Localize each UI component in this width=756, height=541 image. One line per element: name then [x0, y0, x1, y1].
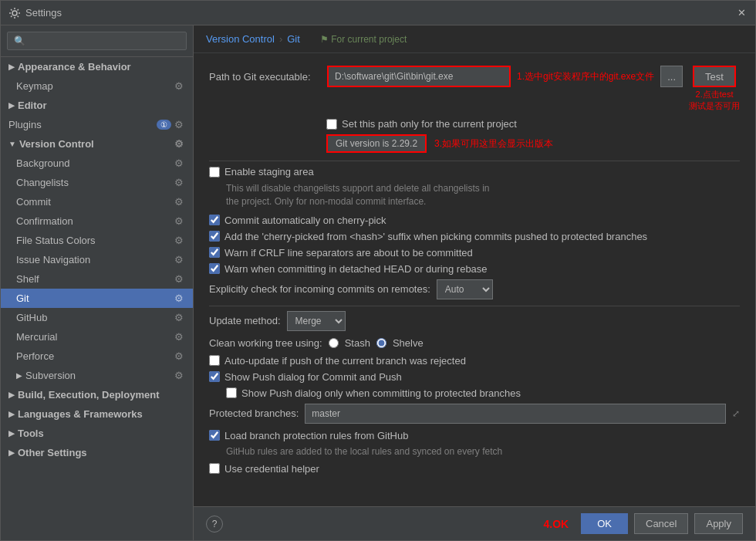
- main-panel: Version Control › Git ⚑ For current proj…: [194, 25, 755, 540]
- annotation-1: 1.选中git安装程序中的git.exe文件: [517, 70, 654, 83]
- detached-checkbox[interactable]: [209, 263, 220, 274]
- ok-annotation: 4.OK: [544, 518, 569, 530]
- sidebar-item-github[interactable]: GitHub ⚙: [1, 308, 193, 327]
- ok-button[interactable]: OK: [581, 513, 628, 534]
- crlf-checkbox[interactable]: [209, 247, 220, 258]
- protected-branches-label: Protected branches:: [209, 407, 299, 419]
- title-bar: Settings ✕: [1, 1, 755, 25]
- detached-label: Warn when committing in detached HEAD or…: [224, 263, 488, 275]
- incoming-row: Explicitly check for incoming commits on…: [209, 279, 740, 299]
- auto-update-label: Auto-update if push of the current branc…: [224, 355, 466, 367]
- cherry-hash-row: Add the 'cherry-picked from <hash>' suff…: [209, 231, 740, 242]
- path-label: Path to Git executable:: [209, 71, 321, 83]
- nav-icon: ⚙: [174, 177, 185, 188]
- expand-icon: ▶: [8, 429, 15, 438]
- show-push-checkbox[interactable]: [209, 371, 220, 382]
- sidebar-item-commit[interactable]: Commit ⚙: [1, 192, 193, 211]
- auto-update-row: Auto-update if push of the current branc…: [209, 355, 740, 367]
- sidebar-item-shelf[interactable]: Shelf ⚙: [1, 269, 193, 289]
- update-method-row: Update method: Merge Rebase: [209, 311, 740, 331]
- cherry-hash-checkbox[interactable]: [209, 231, 220, 242]
- search-box: [1, 25, 193, 57]
- apply-button[interactable]: Apply: [694, 513, 743, 534]
- auto-update-checkbox[interactable]: [209, 355, 220, 366]
- sidebar-item-subversion[interactable]: ▶ Subversion ⚙: [1, 366, 193, 385]
- show-push-protected-checkbox[interactable]: [226, 387, 237, 398]
- credential-row: Use credential helper: [209, 463, 740, 475]
- nav-icon: ⚙: [174, 350, 185, 362]
- version-annotation: 3.如果可用这里会显示出版本: [434, 137, 553, 150]
- shelve-radio[interactable]: [376, 338, 386, 348]
- staging-section: Enable staging area This will disable ch…: [209, 166, 740, 208]
- show-push-protected-label: Show Push dialog only when committing to…: [241, 387, 521, 399]
- nav-icon: ⚙: [174, 312, 185, 323]
- window-title: Settings: [25, 7, 735, 19]
- github-rules-desc: GitHub rules are added to the local rule…: [209, 446, 740, 457]
- browse-button[interactable]: ...: [660, 66, 683, 87]
- settings-content: Path to Git executable: 1.选中git安装程序中的git…: [194, 53, 755, 506]
- settings-icon: [8, 7, 21, 19]
- incoming-select[interactable]: Auto Always Never: [437, 279, 493, 299]
- update-method-select[interactable]: Merge Rebase: [287, 311, 346, 331]
- nav-icon: ⚙: [174, 157, 185, 169]
- expand-icon: ▶: [8, 101, 15, 110]
- sidebar-item-perforce[interactable]: Perforce ⚙: [1, 347, 193, 366]
- nav-icon: ⚙: [174, 196, 185, 208]
- credential-checkbox[interactable]: [209, 463, 220, 474]
- test-button[interactable]: Test: [693, 66, 736, 87]
- load-protection-label: Load branch protection rules from GitHub: [224, 430, 408, 441]
- expand-icon[interactable]: ⤢: [732, 408, 740, 419]
- sidebar-item-keymap[interactable]: Keymap ⚙: [1, 76, 193, 96]
- cherry-pick-label: Commit automatically on cherry-pick: [224, 215, 386, 226]
- close-button[interactable]: ✕: [735, 7, 748, 19]
- sidebar-item-editor[interactable]: ▶ Editor: [1, 96, 193, 115]
- sidebar-item-background[interactable]: Background ⚙: [1, 154, 193, 173]
- crlf-row: Warn if CRLF line separators are about t…: [209, 247, 740, 259]
- clean-tree-row: Clean working tree using: Stash Shelve: [209, 337, 740, 349]
- sidebar-item-changelists[interactable]: Changelists ⚙: [1, 173, 193, 192]
- sidebar-item-appearance[interactable]: ▶ Appearance & Behavior: [1, 57, 193, 76]
- breadcrumb-version-control[interactable]: Version Control: [206, 33, 275, 45]
- nav-icon: ⚙: [174, 331, 185, 343]
- expand-icon: ▼: [8, 140, 16, 148]
- sidebar-item-mercurial[interactable]: Mercurial ⚙: [1, 327, 193, 347]
- enable-staging-checkbox[interactable]: [209, 167, 220, 178]
- load-protection-row: Load branch protection rules from GitHub: [209, 430, 740, 441]
- nav-icon: ⚙: [174, 138, 185, 150]
- protected-branches-row: Protected branches: ⤢: [209, 404, 740, 424]
- sidebar-item-other-settings[interactable]: ▶ Other Settings: [1, 443, 193, 462]
- git-path-input[interactable]: [327, 66, 511, 87]
- expand-icon: ▶: [8, 391, 15, 399]
- nav-icon: ⚙: [174, 80, 185, 92]
- show-push-label: Show Push dialog for Commit and Push: [224, 371, 402, 383]
- sidebar: ▶ Appearance & Behavior Keymap ⚙ ▶ Edito…: [1, 25, 194, 540]
- current-project-checkbox[interactable]: [326, 119, 337, 130]
- breadcrumb: Version Control › Git ⚑ For current proj…: [194, 25, 755, 53]
- sidebar-item-plugins[interactable]: Plugins ① ⚙: [1, 115, 193, 134]
- cherry-pick-checkbox[interactable]: [209, 215, 220, 225]
- nav-icon: ⚙: [174, 254, 185, 265]
- sidebar-item-languages[interactable]: ▶ Languages & Frameworks: [1, 404, 193, 424]
- settings-window: Settings ✕ ▶ Appearance & Behavior Keyma…: [0, 0, 756, 541]
- expand-icon: ▶: [8, 63, 15, 71]
- search-input[interactable]: [7, 32, 187, 50]
- show-push-protected-row: Show Push dialog only when committing to…: [209, 387, 740, 399]
- cherry-hash-label: Add the 'cherry-picked from <hash>' suff…: [224, 231, 647, 242]
- stash-radio[interactable]: [329, 338, 339, 348]
- nav-icon: ⚙: [174, 215, 185, 227]
- sidebar-item-git[interactable]: Git ⚙: [1, 289, 193, 308]
- load-protection-checkbox[interactable]: [209, 430, 220, 441]
- sidebar-item-version-control[interactable]: ▼ Version Control ⚙: [1, 134, 193, 154]
- protected-branches-input[interactable]: [305, 404, 726, 424]
- sidebar-item-confirmation[interactable]: Confirmation ⚙: [1, 211, 193, 231]
- help-button[interactable]: ?: [206, 516, 223, 533]
- sidebar-item-build[interactable]: ▶ Build, Execution, Deployment: [1, 385, 193, 404]
- current-project-label: Set this path only for the current proje…: [342, 118, 517, 130]
- cherry-pick-row: Commit automatically on cherry-pick: [209, 215, 740, 226]
- sidebar-item-tools[interactable]: ▶ Tools: [1, 424, 193, 443]
- cancel-button[interactable]: Cancel: [634, 513, 688, 534]
- sidebar-item-issue-navigation[interactable]: Issue Navigation ⚙: [1, 250, 193, 269]
- sidebar-item-file-status-colors[interactable]: File Status Colors ⚙: [1, 231, 193, 250]
- nav-icon: ⚙: [174, 292, 185, 304]
- breadcrumb-git: Git: [287, 33, 300, 45]
